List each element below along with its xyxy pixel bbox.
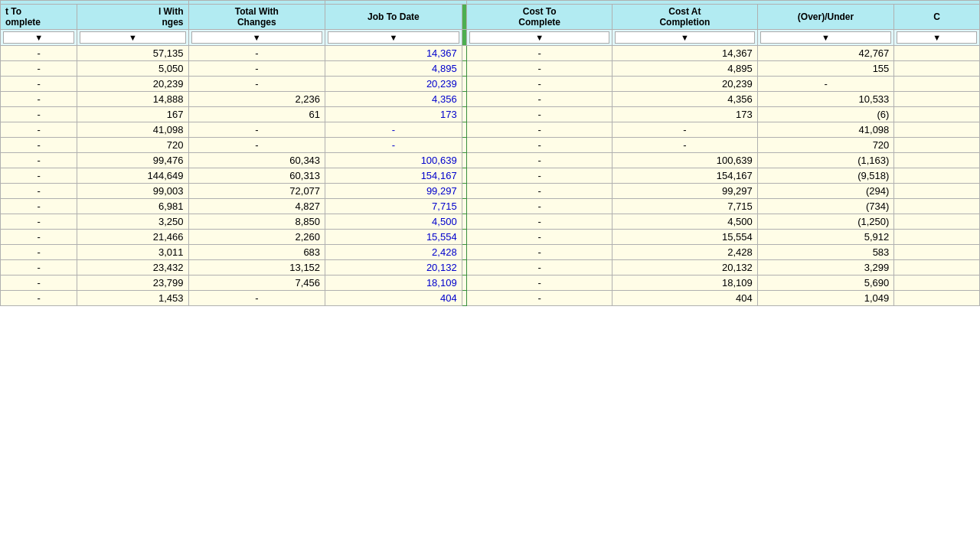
cell-col1: 720 xyxy=(77,138,188,153)
col0-filter[interactable]: ▼ xyxy=(1,30,77,46)
cell-cac: 20,239 xyxy=(612,77,758,92)
cell-ctc: - xyxy=(467,199,612,214)
cell-col1: 23,432 xyxy=(77,260,188,276)
col7-filter-btn[interactable]: ▼ xyxy=(897,31,977,44)
cell-col1: 144,649 xyxy=(77,168,188,184)
table-row: -20,239-20,239-20,239- xyxy=(1,77,980,92)
cell-jtd: 4,356 xyxy=(325,92,462,107)
cell-col2: 61 xyxy=(188,107,325,122)
table-row: -21,4662,26015,554-15,5545,912 xyxy=(1,230,980,245)
cell-col0: - xyxy=(1,107,77,122)
green-divider-cell xyxy=(462,291,467,306)
cell-cac: - xyxy=(612,122,758,138)
cell-cac: 99,297 xyxy=(612,184,758,199)
cell-last xyxy=(894,184,980,199)
cell-jtd: 20,239 xyxy=(325,77,462,92)
cell-col0: - xyxy=(1,77,77,92)
cell-col1: 21,466 xyxy=(77,230,188,245)
cell-cac: 18,109 xyxy=(612,276,758,291)
cell-col2: 7,456 xyxy=(188,276,325,291)
cell-over-under: (734) xyxy=(757,199,894,214)
col3-subheader: Job To Date xyxy=(325,5,462,30)
green-divider-cell xyxy=(462,230,467,245)
cell-col2: - xyxy=(188,77,325,92)
cell-col1: 5,050 xyxy=(77,61,188,77)
col0-subheader: t Toomplete xyxy=(1,5,77,30)
cell-col1: 99,003 xyxy=(77,184,188,199)
cell-ctc: - xyxy=(467,214,612,230)
cell-col2: 13,152 xyxy=(188,260,325,276)
col7-filter[interactable]: ▼ xyxy=(894,30,980,46)
col0-filter-btn[interactable]: ▼ xyxy=(3,31,74,44)
col1-filter[interactable]: ▼ xyxy=(77,30,188,46)
cell-col2: 2,236 xyxy=(188,92,325,107)
col2-filter-btn[interactable]: ▼ xyxy=(191,31,323,44)
cell-ctc: - xyxy=(467,122,612,138)
cell-jtd: 20,132 xyxy=(325,260,462,276)
cell-col0: - xyxy=(1,214,77,230)
col1-filter-btn[interactable]: ▼ xyxy=(80,31,185,44)
col3-filter-btn[interactable]: ▼ xyxy=(328,31,459,44)
cell-cac: 20,132 xyxy=(612,260,758,276)
cell-jtd: 173 xyxy=(325,107,462,122)
cell-over-under: 5,912 xyxy=(757,230,894,245)
cell-last xyxy=(894,92,980,107)
cell-col0: - xyxy=(1,153,77,168)
table-body: -57,135-14,367-14,36742,767-5,050-4,895-… xyxy=(1,46,980,306)
cell-last xyxy=(894,168,980,184)
green-divider-filter xyxy=(462,30,467,46)
cell-jtd: 7,715 xyxy=(325,199,462,214)
col4-filter[interactable]: ▼ xyxy=(467,30,612,46)
green-divider-cell xyxy=(462,138,467,153)
cell-over-under: 5,690 xyxy=(757,276,894,291)
cell-over-under: - xyxy=(757,77,894,92)
cell-last xyxy=(894,61,980,77)
col3-filter[interactable]: ▼ xyxy=(325,30,462,46)
cell-col0: - xyxy=(1,168,77,184)
subheader-row: t Toomplete l Withnges Total WithChanges… xyxy=(1,5,980,30)
cell-last xyxy=(894,138,980,153)
cell-over-under: 41,098 xyxy=(757,122,894,138)
cell-ctc: - xyxy=(467,138,612,153)
col5-filter-btn[interactable]: ▼ xyxy=(615,31,755,44)
cell-col1: 99,476 xyxy=(77,153,188,168)
cell-col1: 3,250 xyxy=(77,214,188,230)
table-row: -23,43213,15220,132-20,1323,299 xyxy=(1,260,980,276)
col1-subheader: l Withnges xyxy=(77,5,188,30)
cell-col2: - xyxy=(188,138,325,153)
col6-filter-btn[interactable]: ▼ xyxy=(760,31,892,44)
cell-cac: 404 xyxy=(612,291,758,306)
col6-subheader: (Over)/Under xyxy=(757,5,894,30)
cell-col0: - xyxy=(1,92,77,107)
cell-col2: 2,260 xyxy=(188,230,325,245)
cell-col1: 1,453 xyxy=(77,291,188,306)
cell-last xyxy=(894,122,980,138)
cell-col0: - xyxy=(1,230,77,245)
cell-ctc: - xyxy=(467,77,612,92)
green-divider-cell xyxy=(462,214,467,230)
filter-row: ▼ ▼ ▼ ▼ ▼ ▼ ▼ ▼ xyxy=(1,30,980,46)
cell-over-under: 10,533 xyxy=(757,92,894,107)
cell-col0: - xyxy=(1,46,77,61)
cell-last xyxy=(894,77,980,92)
table-row: -6,9814,8277,715-7,715(734) xyxy=(1,199,980,214)
cell-cac: 4,356 xyxy=(612,92,758,107)
col6-filter[interactable]: ▼ xyxy=(757,30,894,46)
cell-last xyxy=(894,153,980,168)
cell-jtd: 154,167 xyxy=(325,168,462,184)
cell-col0: - xyxy=(1,276,77,291)
cell-over-under: 583 xyxy=(757,245,894,260)
cell-ctc: - xyxy=(467,61,612,77)
green-divider-header xyxy=(462,5,467,30)
cell-col0: - xyxy=(1,138,77,153)
cell-ctc: - xyxy=(467,291,612,306)
green-divider-cell xyxy=(462,245,467,260)
cell-ctc: - xyxy=(467,276,612,291)
col2-filter[interactable]: ▼ xyxy=(188,30,325,46)
col5-filter[interactable]: ▼ xyxy=(612,30,758,46)
cell-jtd: 2,428 xyxy=(325,245,462,260)
cell-cac: 100,639 xyxy=(612,153,758,168)
col4-filter-btn[interactable]: ▼ xyxy=(469,31,609,44)
cell-col0: - xyxy=(1,61,77,77)
green-divider-cell xyxy=(462,107,467,122)
